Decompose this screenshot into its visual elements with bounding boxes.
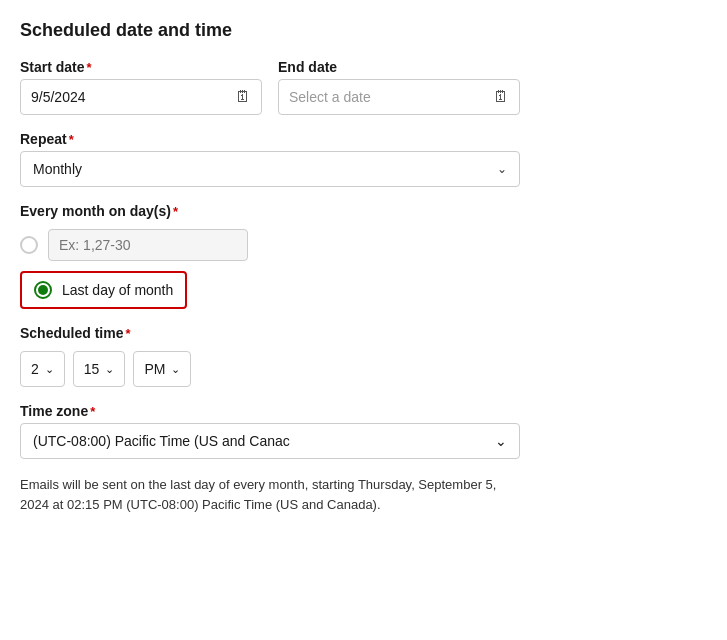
hour-select[interactable]: 2 ⌄ [20,351,65,387]
period-value: PM [144,361,165,377]
every-month-group: Every month on day(s) * Last day of mont… [20,203,520,309]
info-text: Emails will be sent on the last day of e… [20,475,520,514]
timezone-group: Time zone * (UTC-08:00) Pacific Time (US… [20,403,520,459]
repeat-label: Repeat * [20,131,520,147]
end-date-calendar-icon[interactable]: 🗓 [493,88,509,106]
period-select[interactable]: PM ⌄ [133,351,191,387]
minute-chevron-icon: ⌄ [105,363,114,376]
last-day-option[interactable]: Last day of month [20,271,187,309]
timezone-value: (UTC-08:00) Pacific Time (US and Canac [33,433,290,449]
start-date-required: * [87,60,92,75]
end-date-input-wrapper[interactable]: 🗓 [278,79,520,115]
every-month-label: Every month on day(s) * [20,203,520,219]
every-month-required: * [173,204,178,219]
minute-select[interactable]: 15 ⌄ [73,351,126,387]
day-input-option [20,229,520,261]
start-date-group: Start date * 🗓 [20,59,262,115]
timezone-required: * [90,404,95,419]
minute-value: 15 [84,361,100,377]
repeat-select[interactable]: Monthly ⌄ [20,151,520,187]
end-date-input[interactable] [289,89,493,105]
form-container: Scheduled date and time Start date * 🗓 E… [20,20,520,514]
end-date-group: End date 🗓 [278,59,520,115]
repeat-chevron-icon: ⌄ [497,162,507,176]
start-date-calendar-icon[interactable]: 🗓 [235,88,251,106]
scheduled-time-required: * [125,326,130,341]
scheduled-time-label: Scheduled time * [20,325,520,341]
day-options: Last day of month [20,229,520,309]
last-day-label: Last day of month [62,282,173,298]
timezone-chevron-icon: ⌄ [495,433,507,449]
day-input-field[interactable] [48,229,248,261]
time-row: 2 ⌄ 15 ⌄ PM ⌄ [20,351,520,387]
repeat-value: Monthly [33,161,82,177]
period-chevron-icon: ⌄ [171,363,180,376]
start-date-label: Start date * [20,59,262,75]
hour-chevron-icon: ⌄ [45,363,54,376]
start-date-input[interactable] [31,89,235,105]
repeat-group: Repeat * Monthly ⌄ [20,131,520,187]
timezone-label: Time zone * [20,403,520,419]
start-date-input-wrapper[interactable]: 🗓 [20,79,262,115]
scheduled-time-group: Scheduled time * 2 ⌄ 15 ⌄ PM ⌄ [20,325,520,387]
timezone-select[interactable]: (UTC-08:00) Pacific Time (US and Canac ⌄ [20,423,520,459]
last-day-radio[interactable] [34,281,52,299]
end-date-label: End date [278,59,520,75]
day-input-radio[interactable] [20,236,38,254]
page-title: Scheduled date and time [20,20,520,41]
date-row: Start date * 🗓 End date 🗓 [20,59,520,115]
repeat-required: * [69,132,74,147]
hour-value: 2 [31,361,39,377]
